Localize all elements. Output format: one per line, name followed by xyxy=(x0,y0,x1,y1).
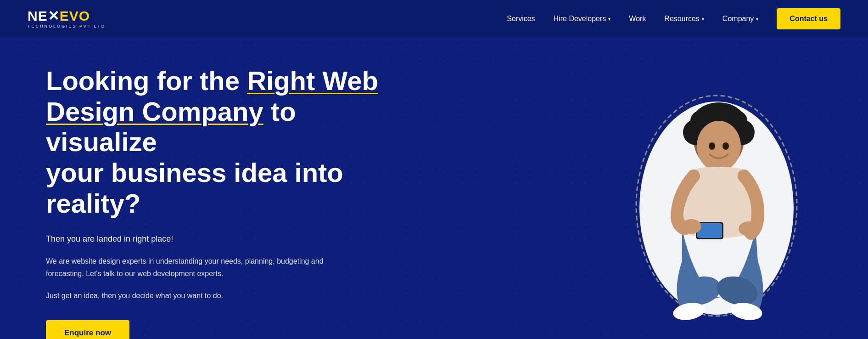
svg-point-19 xyxy=(739,221,759,236)
hero-person-svg xyxy=(629,86,804,325)
logo-evo: EVO xyxy=(60,8,90,23)
contact-us-button[interactable]: Contact us xyxy=(777,8,840,29)
svg-point-10 xyxy=(709,142,715,150)
nav-resources[interactable]: Resources ▾ xyxy=(664,15,704,23)
nav-company[interactable]: Company ▾ xyxy=(722,15,758,23)
hero-section: Looking for the Right Web Design Company… xyxy=(0,38,868,339)
hero-subtitle: Then you are landed in right place! xyxy=(46,232,395,246)
svg-point-18 xyxy=(681,219,701,234)
resources-chevron-icon: ▾ xyxy=(702,17,704,22)
navbar: NE✕EVO TECHNOLOGIES PVT LTD Services Hir… xyxy=(0,0,868,38)
hero-image xyxy=(629,86,822,325)
nav-hire-developers[interactable]: Hire Developers ▾ xyxy=(554,15,611,23)
hero-content: Looking for the Right Web Design Company… xyxy=(46,66,395,339)
nav-links: Services Hire Developers ▾ Work Resource… xyxy=(507,8,840,29)
hero-tagline: Just get an idea, then you decide what y… xyxy=(46,289,395,302)
svg-point-11 xyxy=(722,142,729,150)
slide-indicators xyxy=(380,330,488,339)
enquire-now-button[interactable]: Enquire now xyxy=(46,320,129,339)
logo-subtitle: TECHNOLOGIES PVT LTD xyxy=(28,24,106,28)
company-chevron-icon: ▾ xyxy=(756,17,758,22)
logo[interactable]: NE✕EVO TECHNOLOGIES PVT LTD xyxy=(28,9,106,28)
svg-point-9 xyxy=(697,121,741,171)
logo-x: ✕ xyxy=(48,9,60,23)
hire-developers-chevron-icon: ▾ xyxy=(608,17,610,22)
hero-title: Looking for the Right Web Design Company… xyxy=(46,66,395,219)
hero-description: We are website design experts in underst… xyxy=(46,255,349,280)
nav-services[interactable]: Services xyxy=(507,15,535,23)
logo-ne: NE xyxy=(28,8,48,23)
nav-work[interactable]: Work xyxy=(629,15,646,23)
